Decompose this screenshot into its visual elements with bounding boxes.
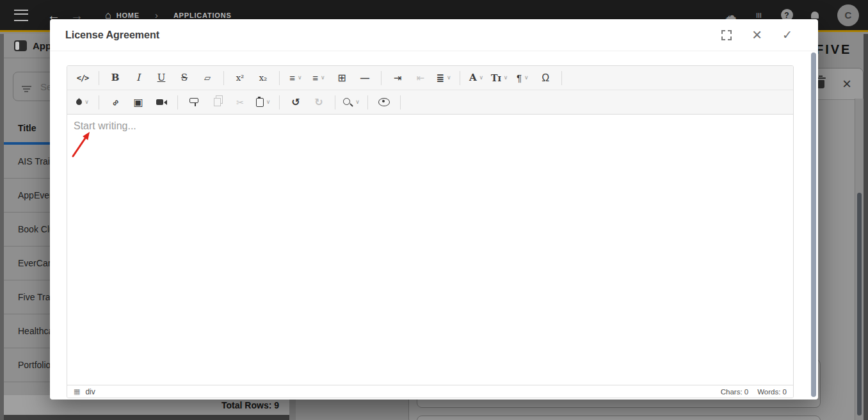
chevron-down-icon: ∨ [524, 75, 529, 81]
panel-bottom-strip [4, 415, 289, 420]
chevron-down-icon: ∨ [321, 75, 325, 81]
modal-scrollbar[interactable] [811, 52, 816, 397]
preview-icon [378, 98, 390, 106]
horizontal-line-button[interactable]: — [355, 69, 374, 88]
breadcrumb-applications[interactable]: APPLICATIONS [173, 12, 232, 19]
menu-icon[interactable] [14, 10, 28, 21]
fullscreen-icon[interactable] [721, 30, 732, 40]
paragraph-format-icon: ¶ [517, 73, 522, 83]
chevron-down-icon: ∨ [479, 75, 484, 81]
insert-video-button[interactable] [152, 93, 171, 112]
editor-content[interactable]: Start writing... [67, 115, 793, 385]
toolbar-separator [381, 71, 382, 85]
screen: ← → ⌂ HOME › APPLICATIONS ☁ ≡ ? C Applic… [0, 0, 868, 420]
close-icon[interactable]: × [752, 28, 762, 42]
avatar[interactable]: C [837, 4, 859, 26]
subscript-icon: x₂ [259, 74, 268, 82]
subscript-button[interactable]: x₂ [253, 69, 273, 88]
redo-button[interactable]: ↻ [309, 93, 328, 112]
insert-video-icon [156, 99, 163, 105]
insert-table-icon: ⊞ [337, 73, 346, 83]
preview-button[interactable] [374, 93, 394, 112]
page-scrollbar-thumb[interactable] [857, 193, 862, 416]
toolbar-separator [367, 95, 368, 109]
ink-color-icon [75, 98, 83, 106]
toolbar-separator [460, 71, 460, 85]
annotation-arrow [69, 128, 93, 159]
insert-table-button[interactable]: ⊞ [332, 69, 351, 88]
modal-actions: × ✓ [721, 28, 792, 42]
element-path[interactable]: div [85, 387, 95, 396]
page-scrollbar[interactable] [855, 99, 864, 420]
italic-button[interactable]: I [129, 69, 148, 88]
column-title-label: Title [18, 123, 36, 133]
chars-count: Chars: 0 [721, 388, 748, 396]
insert-link-icon: ∞ [110, 97, 121, 108]
toolbar-separator [279, 71, 280, 85]
underline-icon: U [157, 73, 166, 83]
redo-icon: ↻ [314, 97, 323, 108]
format-painter-button[interactable] [184, 93, 204, 112]
text-size-button[interactable]: Tɪ∨ [490, 69, 509, 88]
superscript-button[interactable]: x² [230, 69, 250, 88]
modal-title: License Agreement [65, 29, 721, 41]
search-button[interactable]: ∨ [342, 93, 361, 112]
toolbar-separator [99, 95, 99, 109]
align-icon: ≣ [436, 73, 444, 83]
paste-icon [256, 98, 264, 107]
code-view-icon: </> [77, 74, 89, 82]
window-edge [864, 34, 868, 420]
insert-image-icon: ▣ [133, 97, 143, 108]
strikethrough-button[interactable]: S [175, 69, 194, 88]
italic-icon: I [136, 73, 140, 83]
card-close-icon[interactable]: × [842, 76, 851, 92]
strikethrough-icon: S [181, 73, 188, 83]
toolbar-separator [279, 95, 280, 109]
format-painter-icon [189, 98, 198, 103]
words-count: Words: 0 [757, 388, 787, 396]
toolbar-separator [177, 95, 178, 109]
code-view-button[interactable]: </> [73, 69, 92, 88]
insert-image-button[interactable]: ▣ [129, 93, 148, 112]
ordered-list-button[interactable]: ≡∨ [309, 69, 328, 88]
chevron-down-icon: ∨ [84, 99, 89, 105]
toolbar-row2: ∨∞▣✂∨↺↻∨ [67, 90, 793, 115]
modal-header: License Agreement × ✓ [50, 19, 818, 51]
cut-button[interactable]: ✂ [230, 93, 250, 112]
clear-formatting-button[interactable]: ▱ [198, 69, 217, 88]
breadcrumb-home[interactable]: HOME [117, 12, 140, 19]
filter-icon [22, 86, 31, 87]
toolbar-separator [561, 71, 562, 85]
chevron-down-icon: ∨ [298, 75, 302, 81]
notifications-icon[interactable] [807, 12, 823, 19]
total-rows-label: Total Rows: 9 [221, 400, 279, 410]
clear-formatting-icon: ▱ [204, 74, 211, 82]
insert-link-button[interactable]: ∞ [106, 93, 125, 112]
paste-button[interactable]: ∨ [253, 93, 273, 112]
copy-button[interactable] [207, 93, 227, 112]
align-button[interactable]: ≣∨ [434, 69, 453, 88]
underline-button[interactable]: U [152, 69, 171, 88]
license-agreement-modal: License Agreement × ✓ </>BIUS▱x²x₂≡∨≡∨⊞—… [50, 19, 818, 400]
bold-button[interactable]: B [106, 69, 125, 88]
rich-text-editor: </>BIUS▱x²x₂≡∨≡∨⊞—⇥⇤≣∨A∨Tɪ∨¶∨Ω ∨∞▣✂∨↺↻∨ … [67, 65, 794, 398]
undo-icon: ↺ [291, 97, 300, 108]
chevron-down-icon: ∨ [266, 99, 271, 105]
ordered-list-icon: ≡ [312, 73, 318, 83]
unordered-list-button[interactable]: ≡∨ [286, 69, 305, 88]
confirm-icon[interactable]: ✓ [782, 28, 792, 42]
font-options-icon: A [469, 73, 477, 83]
element-path-icon: ▦ [74, 387, 80, 396]
undo-button[interactable]: ↺ [286, 93, 305, 112]
toolbar-separator [400, 95, 401, 109]
special-characters-icon: Ω [542, 73, 549, 83]
font-options-button[interactable]: A∨ [467, 69, 486, 88]
search-icon [343, 98, 350, 105]
outdent-icon: ⇤ [417, 73, 425, 83]
text-size-icon: Tɪ [491, 74, 501, 83]
indent-button[interactable]: ⇥ [388, 69, 407, 88]
outdent-button[interactable]: ⇤ [411, 69, 430, 88]
ink-color-button[interactable]: ∨ [73, 93, 92, 112]
special-characters-button[interactable]: Ω [536, 69, 555, 88]
paragraph-format-button[interactable]: ¶∨ [513, 69, 532, 88]
